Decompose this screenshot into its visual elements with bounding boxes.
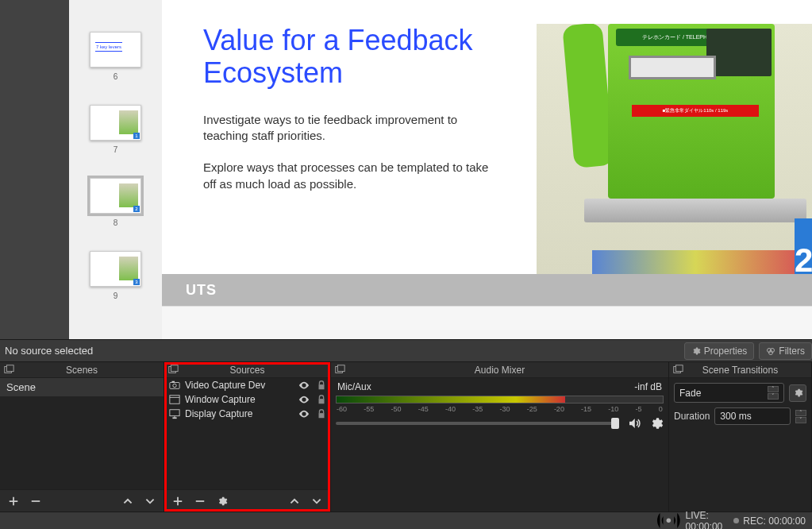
sources-title: Sources bbox=[229, 365, 264, 376]
eye-icon[interactable] bbox=[298, 380, 310, 391]
source-label: Video Capture Dev bbox=[185, 380, 294, 391]
scenes-title: Scenes bbox=[66, 365, 98, 376]
svg-rect-17 bbox=[319, 413, 325, 418]
source-label: Display Capture bbox=[185, 408, 294, 419]
svg-rect-11 bbox=[170, 396, 179, 404]
source-item[interactable]: Display Capture bbox=[164, 407, 330, 421]
window-icon bbox=[169, 394, 180, 405]
slide-title: Value for a Feedback Ecosystem bbox=[203, 24, 537, 90]
live-time: LIVE: 00:00:00 bbox=[686, 510, 723, 530]
thumb-number: 9 bbox=[114, 292, 118, 300]
undock-icon[interactable] bbox=[3, 364, 14, 375]
slide-preview: Value for a Feedback Ecosystem Investiga… bbox=[162, 0, 812, 339]
plus-icon bbox=[8, 496, 19, 507]
slide-number-box: 2 bbox=[795, 218, 812, 274]
audio-meter bbox=[336, 396, 664, 404]
speaker-icon[interactable] bbox=[627, 416, 641, 431]
duration-label: Duration bbox=[674, 411, 710, 422]
transition-selected: Fade bbox=[679, 388, 701, 399]
slide-thumbnail[interactable]: 2 8 bbox=[90, 178, 141, 227]
duration-input[interactable]: 300 ms bbox=[714, 407, 791, 425]
svg-rect-7 bbox=[170, 383, 179, 389]
camera-icon bbox=[169, 380, 180, 391]
rec-time: REC: 00:00:00 bbox=[743, 515, 806, 527]
source-settings-button[interactable] bbox=[215, 494, 229, 508]
preview-gutter bbox=[0, 0, 69, 339]
scenes-panel: Scenes Scene bbox=[0, 362, 164, 512]
chevron-up-icon bbox=[122, 496, 133, 507]
thumb-badge: 3 bbox=[133, 279, 140, 285]
record-dot-icon bbox=[733, 518, 739, 523]
duration-spinner[interactable]: ˄˅ bbox=[795, 410, 806, 423]
slide-thumbnail[interactable]: 7 key levers 6 bbox=[90, 32, 141, 81]
gear-icon bbox=[691, 346, 701, 356]
select-spinner[interactable]: ˄˅ bbox=[768, 386, 779, 400]
status-bar: LIVE: 00:00:00 REC: 00:00:00 bbox=[0, 512, 812, 529]
remove-scene-button[interactable] bbox=[29, 494, 43, 508]
minus-icon bbox=[194, 496, 206, 507]
remove-source-button[interactable] bbox=[193, 494, 207, 508]
volume-slider[interactable] bbox=[336, 422, 619, 425]
source-item[interactable]: Video Capture Dev bbox=[164, 378, 330, 392]
scene-item[interactable]: Scene bbox=[0, 378, 164, 396]
slide-paragraph: Explore ways that processes can be templ… bbox=[203, 160, 497, 192]
svg-rect-13 bbox=[319, 399, 325, 404]
mixer-title: Audio Mixer bbox=[475, 365, 525, 376]
lock-icon[interactable] bbox=[316, 394, 327, 405]
slide-thumbnail[interactable]: 3 9 bbox=[90, 251, 141, 300]
properties-label: Properties bbox=[704, 346, 748, 357]
transition-select[interactable]: Fade ˄˅ bbox=[674, 383, 784, 403]
eye-icon[interactable] bbox=[298, 394, 310, 405]
move-scene-up-button[interactable] bbox=[121, 494, 135, 508]
svg-rect-9 bbox=[172, 381, 175, 383]
svg-rect-6 bbox=[171, 365, 178, 372]
move-source-up-button[interactable] bbox=[287, 494, 302, 508]
properties-button[interactable]: Properties bbox=[684, 342, 755, 360]
slide-photo: テレホンカード / TELEPHONE CARD ■緊急非常ダイヤル110s /… bbox=[537, 24, 812, 274]
gear-icon bbox=[217, 496, 228, 507]
thumb-badge: 1 bbox=[133, 133, 140, 139]
add-source-button[interactable] bbox=[171, 494, 185, 508]
undock-icon[interactable] bbox=[334, 364, 345, 375]
preview-area: 7 key levers 6 1 7 2 8 3 9 Value for a F… bbox=[0, 0, 812, 339]
undock-icon[interactable] bbox=[672, 364, 683, 375]
mixer-channel-name: Mic/Aux bbox=[337, 381, 371, 392]
gear-icon[interactable] bbox=[649, 416, 664, 431]
source-label: Window Capture bbox=[185, 394, 294, 405]
filters-button[interactable]: Filters bbox=[759, 342, 812, 360]
thumb-title: 7 key levers bbox=[95, 42, 122, 52]
svg-point-8 bbox=[173, 384, 176, 387]
source-toolbar: No source selected Properties Filters bbox=[0, 339, 812, 362]
lock-icon[interactable] bbox=[316, 408, 327, 419]
svg-point-22 bbox=[666, 519, 670, 523]
thumb-badge: 2 bbox=[133, 206, 140, 212]
move-scene-down-button[interactable] bbox=[143, 494, 157, 508]
slide-thumbnail-strip[interactable]: 7 key levers 6 1 7 2 8 3 9 bbox=[69, 0, 162, 339]
record-status: REC: 00:00:00 bbox=[733, 515, 806, 527]
sources-panel: Sources Video Capture Dev Window Capture bbox=[164, 362, 331, 512]
app-root: 7 key levers 6 1 7 2 8 3 9 Value for a F… bbox=[0, 0, 812, 529]
chevron-up-icon bbox=[289, 496, 300, 507]
add-scene-button[interactable] bbox=[6, 494, 21, 508]
move-source-down-button[interactable] bbox=[310, 494, 324, 508]
slide-thumbnail[interactable]: 1 7 bbox=[90, 105, 141, 154]
scene-transitions-panel: Scene Transitions Fade ˄˅ Duration 300 m… bbox=[669, 362, 812, 512]
transitions-title: Scene Transitions bbox=[702, 365, 778, 376]
svg-rect-4 bbox=[6, 365, 13, 372]
bottom-panels: Scenes Scene Sources bbox=[0, 362, 812, 512]
filters-icon bbox=[766, 346, 775, 356]
source-item[interactable]: Window Capture bbox=[164, 392, 330, 407]
svg-rect-10 bbox=[319, 384, 325, 389]
thumb-number: 8 bbox=[114, 218, 118, 227]
thumb-number: 7 bbox=[114, 145, 118, 154]
transition-settings-button[interactable] bbox=[789, 384, 806, 402]
display-icon bbox=[169, 408, 180, 419]
eye-icon[interactable] bbox=[298, 408, 310, 419]
lock-icon[interactable] bbox=[316, 380, 327, 391]
payphone-warning: ■緊急非常ダイヤル110s / 119s bbox=[632, 105, 759, 117]
minus-icon bbox=[30, 496, 41, 507]
undock-icon[interactable] bbox=[167, 364, 179, 375]
slide-footer-brand: UTS bbox=[162, 274, 812, 306]
mixer-level: -inf dB bbox=[634, 381, 662, 392]
filters-label: Filters bbox=[779, 346, 805, 357]
